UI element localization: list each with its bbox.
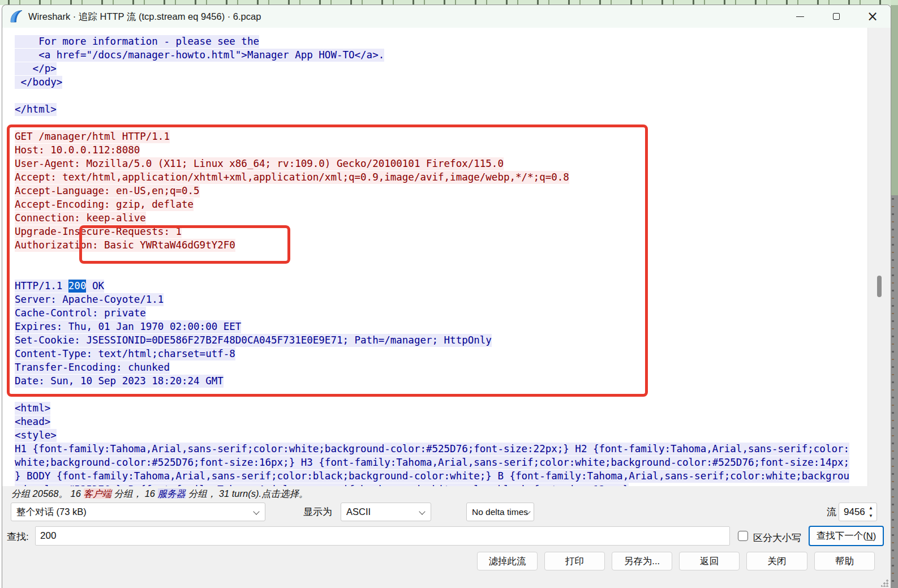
stream-line [15, 388, 849, 402]
find-next-label-suffix: ) [873, 531, 876, 542]
hint-client-badge[interactable]: 客户端 [84, 488, 112, 499]
stream-line-text: <a href="/docs/manager-howto.html">Manag… [15, 49, 384, 62]
stream-line: </body> [15, 76, 849, 89]
stream-line-text: </p> [15, 62, 57, 75]
stream-line: <a href="/docs/manager-howto.html">Manag… [15, 49, 849, 62]
show-as-label: 显示为 [303, 505, 332, 518]
stream-line: <head> [15, 415, 849, 429]
stream-line-text: Connection: keep-alive [15, 212, 146, 225]
stream-line: Date: Sun, 10 Sep 2023 18:20:24 GMT [15, 375, 849, 388]
stream-line-text: Cache-Control: private [15, 307, 146, 320]
stream-line: Accept: text/html,application/xhtml+xml,… [15, 171, 849, 184]
spinner-arrows: ▲ ▼ [866, 504, 875, 520]
filter-out-this-stream-button[interactable]: 滤掉此流 [477, 552, 538, 570]
stream-line: Transfer-Encoding: chunked [15, 361, 849, 375]
window-controls: × [782, 5, 891, 28]
stream-line: white;background-color:#525D76;font-size… [15, 456, 849, 470]
back-button[interactable]: 返回 [679, 552, 740, 570]
stream-number-value: 9456 [844, 503, 865, 521]
stream-line: HTTP/1.1 200 OK [15, 280, 849, 293]
show-as-select[interactable]: ASCII [341, 503, 431, 521]
stream-line-text: Host: 10.0.0.112:8080 [15, 144, 140, 157]
stream-line-text: Server: Apache-Coyote/1.1 [15, 293, 164, 306]
stream-line-text: } BODY {font-family:Tahoma,Arial,sans-se… [15, 470, 849, 483]
window-title: Wireshark · 追踪 HTTP 流 (tcp.stream eq 945… [28, 5, 261, 28]
stream-line-text: For more information - please see the [15, 35, 259, 48]
find-input[interactable] [35, 526, 730, 546]
hint-server-badge[interactable]: 服务器 [158, 488, 186, 499]
find-match-highlight: 200 [68, 280, 87, 293]
show-as-select-value: ASCII [346, 507, 371, 517]
stream-line: For more information - please see the [15, 35, 849, 49]
save-as-button[interactable]: 另存为... [612, 552, 672, 570]
stream-line: Upgrade-Insecure-Requests: 1 [15, 225, 849, 239]
minimize-button[interactable] [782, 5, 818, 28]
close-button[interactable]: × [854, 5, 891, 28]
stream-line: </html> [15, 103, 849, 117]
stream-line: Content-Type: text/html;charset=utf-8 [15, 347, 849, 361]
stream-line-text: <style> [15, 429, 57, 442]
stream-line-text: Accept: text/html,application/xhtml+xml,… [15, 171, 569, 184]
wireshark-shark-fin-icon [9, 9, 24, 24]
maximize-icon [833, 13, 840, 20]
delta-times-select-value: No delta times [472, 507, 528, 517]
stream-line: </p> [15, 62, 849, 76]
title-bar[interactable]: Wireshark · 追踪 HTTP 流 (tcp.stream eq 945… [2, 5, 891, 28]
maximize-button[interactable] [818, 5, 854, 28]
case-sensitive-label: 区分大小写 [753, 531, 801, 544]
stream-line: <html> [15, 402, 849, 415]
stream-line: User-Agent: Mozilla/5.0 (X11; Linux x86_… [15, 157, 849, 171]
case-sensitive-checkbox[interactable] [738, 531, 748, 541]
stream-line-text: Transfer-Encoding: chunked [15, 361, 170, 374]
spin-down-icon[interactable]: ▼ [866, 512, 875, 520]
print-button[interactable]: 打印 [544, 552, 605, 570]
conversation-select-value: 整个对话 (73 kB) [16, 507, 87, 517]
hint-prefix: 分组 20568。 16 [11, 488, 84, 499]
stream-line-text: HTTP/1.1 [15, 280, 68, 293]
resize-grip[interactable] [881, 580, 888, 587]
stream-content-pane[interactable]: For more information - please see the <a… [2, 28, 867, 486]
stream-line [15, 117, 849, 130]
stream-line: GET /manager/html HTTP/1.1 [15, 130, 849, 144]
conversation-select[interactable]: 整个对话 (73 kB) [11, 503, 265, 521]
stream-line-text: H1 {font-family:Tahoma,Arial,sans-serif;… [15, 443, 849, 456]
stream-line: } BODY {font-family:Tahoma,Arial,sans-se… [15, 470, 849, 483]
stream-line-text: Accept-Encoding: gzip, deflate [15, 198, 194, 211]
stream-line-text: Expires: Thu, 01 Jan 1970 02:00:00 EET [15, 320, 241, 333]
help-button[interactable]: 帮助 [814, 552, 875, 570]
find-next-button[interactable]: 查找下一个(N) [809, 526, 884, 546]
find-label: 查找: [7, 530, 29, 543]
find-next-label: 查找下一个( [817, 530, 866, 542]
stream-line-text: Content-Type: text/html;charset=utf-8 [15, 347, 235, 360]
stream-line: Authorization: Basic YWRtaW46dG9tY2F0 [15, 239, 849, 252]
stream-summary-hint[interactable]: 分组 20568。 16 客户端 分组， 16 服务器 分组， 31 turn(… [11, 488, 308, 500]
hint-mid: 分组， 16 [111, 488, 158, 499]
stream-line [15, 252, 849, 266]
stream-line: Accept-Language: en-US,en;q=0.5 [15, 184, 849, 198]
delta-times-select[interactable]: No delta times [466, 503, 534, 521]
scrollbar-thumb[interactable] [877, 276, 882, 297]
dialog-footer: 分组 20568。 16 客户端 分组， 16 服务器 分组， 31 turn(… [2, 486, 891, 588]
stream-line [15, 89, 849, 103]
stream-line: <style> [15, 429, 849, 443]
stream-line-text: white;background-color:#525D76;font-size… [15, 456, 849, 469]
close-stream-button[interactable]: 关闭 [746, 552, 807, 570]
stream-line-text: User-Agent: Mozilla/5.0 (X11; Linux x86_… [15, 157, 504, 170]
minimize-icon [796, 16, 804, 17]
close-icon: × [867, 10, 878, 23]
stream-number-spinner[interactable]: 9456 ▲ ▼ [839, 503, 877, 521]
vertical-scrollbar[interactable] [867, 28, 888, 486]
stream-line-text: <html> [15, 402, 50, 415]
stream-line: Set-Cookie: JSESSIONID=0DE586F27B2F48D0C… [15, 334, 849, 347]
stream-line: Server: Apache-Coyote/1.1 [15, 293, 849, 307]
find-next-accel: N [866, 531, 873, 542]
stream-line: Host: 10.0.0.112:8080 [15, 144, 849, 157]
stream-text: For more information - please see the <a… [15, 35, 849, 486]
stream-line-text: Upgrade-Insecure-Requests: 1 [15, 225, 182, 238]
stream-line-text: Authorization: Basic YWRtaW46dG9tY2F0 [15, 239, 235, 252]
stream-line-text: Date: Sun, 10 Sep 2023 18:20:24 GMT [15, 375, 224, 388]
spin-up-icon[interactable]: ▲ [866, 504, 875, 512]
chevron-down-icon [419, 508, 425, 514]
background-window-edge-right [891, 0, 898, 588]
stream-line [15, 266, 849, 280]
